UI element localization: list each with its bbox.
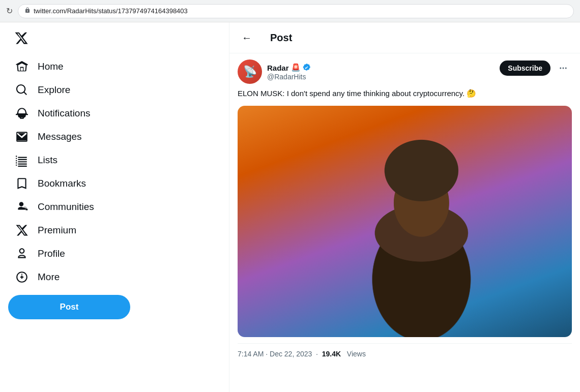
- x-logo-icon: [14, 31, 28, 49]
- tweet-meta: 7:14 AM · Dec 22, 2023 · 19.4K Views: [238, 343, 572, 364]
- x-logo-button[interactable]: [8, 26, 35, 53]
- author-name: Radar: [267, 64, 289, 72]
- subscribe-button[interactable]: Subscribe: [500, 61, 550, 76]
- tweet-views-count: 19.4K: [322, 350, 341, 358]
- home-label: Home: [38, 61, 64, 72]
- sidebar-item-more[interactable]: More: [8, 265, 67, 289]
- explore-label: Explore: [38, 84, 70, 96]
- tweet-views-label: Views: [347, 350, 366, 358]
- sidebar-item-profile[interactable]: Profile: [8, 242, 72, 265]
- sidebar-item-communities[interactable]: Communities: [8, 195, 101, 219]
- tweet-more-button[interactable]: [555, 59, 572, 77]
- tweet-author-row: 📡 Radar 🚨 @RadarHits Su: [238, 59, 572, 84]
- sidebar-item-messages[interactable]: Messages: [8, 125, 89, 148]
- messages-label: Messages: [38, 131, 82, 142]
- tweet-image-content: [238, 106, 572, 337]
- home-icon: [15, 60, 28, 73]
- avatar[interactable]: 📡: [238, 59, 262, 84]
- communities-label: Communities: [38, 201, 94, 213]
- tweet-container: 📡 Radar 🚨 @RadarHits Su: [229, 53, 580, 370]
- bookmarks-label: Bookmarks: [38, 178, 86, 189]
- author-handle: @RadarHits: [267, 73, 311, 81]
- url-bar[interactable]: twitter.com/RadarHits/status/17379749741…: [18, 4, 574, 18]
- author-name-block: Radar 🚨 @RadarHits: [267, 63, 311, 81]
- tweet-image: [238, 106, 572, 337]
- premium-label: Premium: [38, 225, 76, 236]
- lists-label: Lists: [38, 155, 57, 166]
- post-button[interactable]: Post: [8, 295, 130, 319]
- reload-button[interactable]: ↻: [6, 6, 13, 16]
- tweet-author-info: 📡 Radar 🚨 @RadarHits: [238, 59, 311, 84]
- more-circle-icon: [15, 270, 28, 284]
- sidebar-item-notifications[interactable]: Notifications: [8, 102, 98, 125]
- sidebar-item-explore[interactable]: Explore: [8, 78, 77, 102]
- sidebar-item-premium[interactable]: Premium: [8, 219, 83, 242]
- people-icon: [15, 200, 28, 214]
- list-icon: [15, 154, 28, 167]
- post-page-title: Post: [270, 32, 292, 44]
- verified-badge-icon: [303, 63, 311, 73]
- search-icon: [15, 83, 28, 97]
- sidebar-item-bookmarks[interactable]: Bookmarks: [8, 172, 93, 195]
- tweet-text: ELON MUSK: I don't spend any time thinki…: [238, 88, 572, 100]
- envelope-icon: [15, 130, 28, 143]
- security-icon: [24, 7, 31, 15]
- post-page-header: ← Post: [229, 22, 580, 53]
- notifications-label: Notifications: [38, 108, 91, 119]
- sidebar-item-lists[interactable]: Lists: [8, 148, 65, 172]
- tweet-timestamp: 7:14 AM · Dec 22, 2023: [238, 350, 312, 358]
- tweet-actions-right: Subscribe: [500, 59, 572, 77]
- profile-label: Profile: [38, 248, 65, 259]
- browser-chrome: ↻ twitter.com/RadarHits/status/173797497…: [0, 0, 580, 22]
- person-icon: [15, 247, 28, 260]
- more-label: More: [38, 272, 60, 283]
- main-content: ← Post 📡 Radar 🚨: [229, 22, 580, 392]
- bookmark-icon: [15, 177, 28, 190]
- app-layout: Home Explore Notifications Messages List: [0, 22, 580, 392]
- premium-x-icon: [15, 224, 28, 237]
- url-text: twitter.com/RadarHits/status/17379749741…: [34, 7, 188, 15]
- author-name-row: Radar 🚨: [267, 63, 311, 73]
- back-button[interactable]: ←: [238, 28, 256, 47]
- bell-icon: [15, 107, 28, 120]
- author-emoji: 🚨: [291, 63, 301, 72]
- sidebar-item-home[interactable]: Home: [8, 55, 71, 78]
- sidebar: Home Explore Notifications Messages List: [0, 22, 229, 392]
